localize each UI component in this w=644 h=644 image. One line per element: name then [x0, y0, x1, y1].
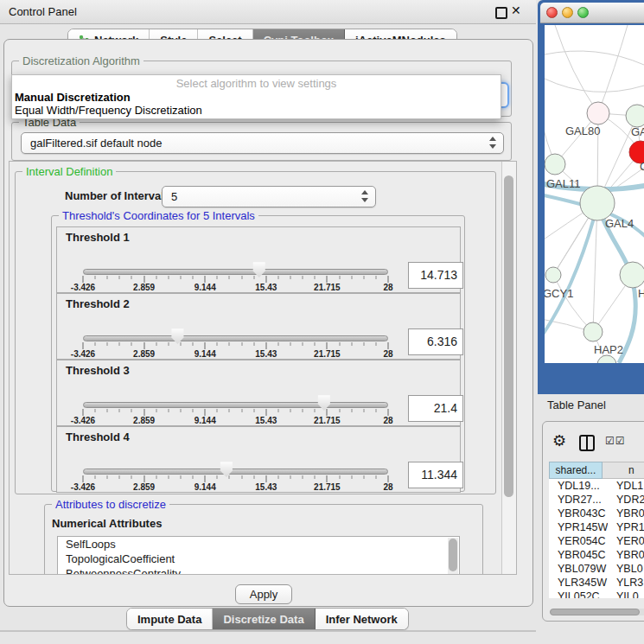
slider-tick [193, 276, 194, 279]
threshold-value-field[interactable]: 21.4 [408, 395, 463, 422]
tab-label: Discretize Data [223, 613, 303, 626]
dropdown-option-equal-width[interactable]: Equal Width/Frequency Discretization [15, 104, 202, 117]
settings-scrollbar-thumb[interactable] [504, 175, 513, 497]
slider-tick [156, 342, 156, 346]
slider-tick-label: 15.43 [255, 349, 277, 359]
list-item[interactable]: BetweennessCentrality [58, 566, 459, 575]
table-row[interactable]: YBR043CYBR0 [549, 507, 644, 520]
node-gal11[interactable] [545, 154, 565, 175]
node-gal80[interactable] [587, 102, 609, 124]
list-item[interactable]: SelfLoops [58, 537, 459, 552]
number-of-intervals-combobox[interactable]: 5 [162, 186, 376, 207]
slider-tick [351, 475, 352, 479]
threshold-value-field[interactable]: 11.344 [408, 462, 463, 488]
dropdown-option-manual[interactable]: Manual Discretization [15, 91, 131, 104]
slider-tick [217, 342, 218, 346]
node-gal4[interactable] [580, 186, 615, 220]
slider-tick [241, 475, 242, 479]
panel-bottom-edge [0, 630, 536, 632]
slider-tick [119, 475, 120, 479]
table-cell: YLR3 [608, 576, 644, 590]
table-cell: YIL052C [549, 590, 608, 598]
slider-tick-label: 15.43 [255, 283, 277, 292]
slider-tick-label: 21.715 [314, 416, 341, 425]
slider-tick-label: 2.859 [133, 416, 155, 425]
slider-tick [95, 342, 96, 346]
select-columns-checkboxes-icon[interactable]: ☑☑ [605, 435, 626, 447]
combobox-value: 5 [171, 190, 177, 203]
slider-tick [363, 276, 364, 279]
slider-tick [315, 475, 316, 479]
slider-tick-label: 21.715 [314, 482, 341, 492]
settings-scrollpane: Interval Definition Number of Intervals … [9, 161, 517, 575]
close-traffic-light-icon[interactable] [546, 7, 558, 18]
slider-tick [168, 475, 169, 479]
float-window-icon[interactable] [495, 7, 507, 19]
network-canvas[interactable]: GAL80 GA C GAL11 GAL4 GCY1 H HAP2 [545, 25, 644, 363]
slider-track[interactable] [83, 335, 388, 341]
list-scrollbar[interactable] [448, 538, 458, 575]
close-icon[interactable]: ✕ [511, 3, 521, 17]
minimize-traffic-light-icon[interactable] [562, 7, 573, 18]
network-view-window: GAL80 GA C GAL11 GAL4 GCY1 H HAP2 [538, 0, 644, 394]
table-row[interactable]: YIL052CYIL0 [549, 590, 644, 598]
slider-tick [363, 409, 364, 412]
table-row[interactable]: YLR345WYLR3 [549, 576, 644, 590]
slider-tick-label: 15.43 [255, 482, 277, 492]
slider-tick [107, 342, 108, 346]
zoom-traffic-light-icon[interactable] [577, 7, 589, 18]
settings-scrollbar-track[interactable] [501, 162, 516, 574]
slider-tick [83, 475, 84, 482]
slider-tick [327, 475, 328, 482]
table-row[interactable]: YER054CYER0 [549, 534, 644, 548]
gear-icon[interactable]: ⚙ [552, 433, 566, 449]
apply-button[interactable]: Apply [235, 584, 292, 604]
node-hap2[interactable] [583, 322, 603, 341]
slider-tick [303, 342, 303, 346]
slider-tick [265, 276, 266, 283]
node-gcy1[interactable] [545, 267, 561, 283]
slider-tick [277, 409, 278, 412]
table-cell: YER054C [549, 534, 608, 548]
table-data-combobox[interactable]: galFiltered.sif default node [21, 132, 504, 154]
column-header-shared-name[interactable]: shared... [549, 462, 603, 479]
threshold-label: Threshold 3 [66, 364, 130, 377]
threshold-value-field[interactable]: 14.713 [408, 262, 463, 289]
table-row[interactable]: YBR045CYBR0 [549, 548, 644, 562]
slider-track[interactable] [83, 469, 388, 475]
threshold-value-field[interactable]: 6.316 [408, 328, 463, 355]
table-row[interactable]: YDL19...YDL1 [549, 479, 644, 493]
slider-tick [107, 475, 108, 479]
slider-tick [205, 475, 206, 482]
split-view-icon[interactable] [579, 435, 595, 451]
slider-tick [217, 276, 218, 279]
column-header-name[interactable]: n [603, 462, 644, 479]
node-h[interactable] [620, 262, 644, 288]
table-horizontal-scrollbar[interactable] [550, 609, 644, 615]
table-row[interactable]: YPR145WYPR1 [549, 520, 644, 534]
slider-tick-label: 28 [383, 349, 392, 359]
node-bottom-clipped[interactable] [597, 355, 616, 363]
node-top-right[interactable] [626, 105, 644, 127]
table-row[interactable]: YBL079WYBL0 [549, 562, 644, 576]
table-body: YDL19...YDL1YDR27...YDR2YBR043CYBR0YPR14… [549, 479, 644, 598]
slider-tick [303, 276, 303, 279]
slider-tick [290, 475, 291, 479]
slider-tick [229, 475, 230, 479]
control-panel-titlebar: Control Panel ✕ [0, 0, 536, 24]
list-item[interactable]: TopologicalCoefficient [58, 552, 459, 566]
slider-tick [351, 276, 352, 279]
slider-tick-label: 9.144 [194, 416, 216, 425]
tab-discretize-data[interactable]: Discretize Data [213, 609, 315, 629]
slider-track[interactable] [83, 402, 388, 408]
table-row[interactable]: YDR27...YDR2 [549, 493, 644, 507]
slider-tick [327, 342, 328, 349]
tab-impute-data[interactable]: Impute Data [127, 609, 213, 629]
slider-tick [229, 276, 230, 279]
slider-tick [156, 409, 156, 412]
tab-infer-network[interactable]: Infer Network [316, 609, 408, 629]
slider-tick [217, 475, 218, 479]
slider-track[interactable] [83, 269, 388, 275]
slider-tick [327, 409, 328, 416]
slider-tick [265, 409, 266, 416]
